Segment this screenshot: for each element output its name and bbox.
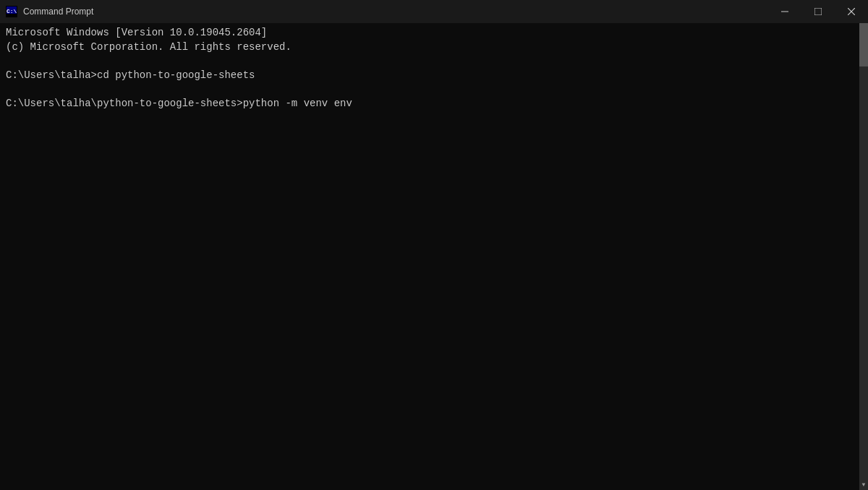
close-button[interactable]: [835, 0, 868, 23]
content-area: Microsoft Windows [Version 10.0.19045.26…: [0, 23, 868, 490]
cmd-window: C:\ Command Prompt: [0, 0, 868, 490]
terminal-line-2: (c) Microsoft Corporation. All rights re…: [6, 40, 854, 55]
svg-rect-3: [781, 12, 788, 12]
titlebar-controls: [768, 0, 868, 23]
maximize-button[interactable]: [801, 0, 835, 23]
minimize-button[interactable]: [768, 0, 801, 23]
terminal-line-3: [6, 54, 854, 69]
svg-rect-4: [814, 8, 822, 15]
svg-text:C:\: C:\: [7, 8, 17, 14]
terminal-output[interactable]: Microsoft Windows [Version 10.0.19045.26…: [0, 23, 859, 490]
terminal-line-4: C:\Users\talha>cd python-to-google-sheet…: [6, 69, 854, 83]
titlebar-left: C:\ Command Prompt: [6, 6, 93, 17]
scrollbar-down-button[interactable]: ▼: [859, 478, 868, 490]
terminal-line-1: Microsoft Windows [Version 10.0.19045.26…: [6, 26, 854, 40]
terminal-line-7: [6, 111, 854, 126]
scrollbar-thumb[interactable]: [859, 23, 868, 66]
cmd-icon: C:\: [6, 6, 17, 17]
titlebar-title: Command Prompt: [23, 7, 93, 17]
vertical-scrollbar[interactable]: ▼: [859, 23, 868, 490]
titlebar: C:\ Command Prompt: [0, 0, 868, 23]
terminal-line-6: C:\Users\talha\python-to-google-sheets>p…: [6, 97, 854, 111]
terminal-line-5: [6, 82, 854, 97]
